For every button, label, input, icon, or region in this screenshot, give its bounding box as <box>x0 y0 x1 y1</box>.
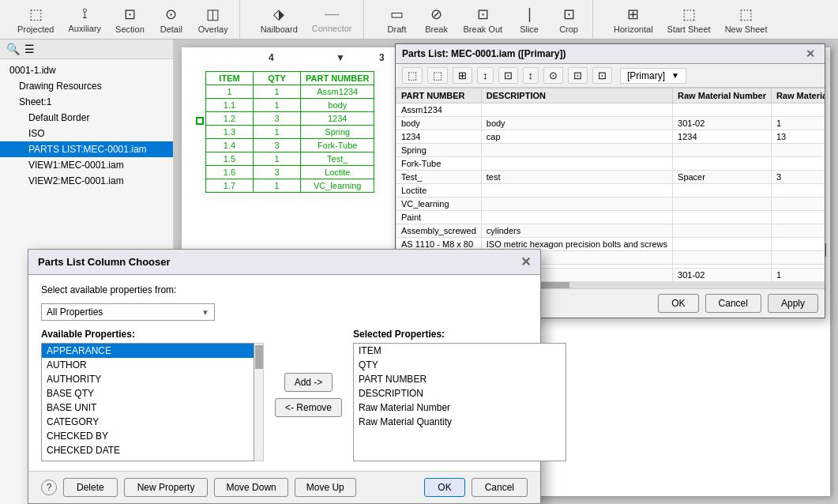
move-down-btn[interactable]: Move Down <box>214 478 287 497</box>
available-section: Available Properties: APPEARANCEAUTHORAU… <box>41 329 264 461</box>
dropdown-value: All Properties <box>47 307 103 318</box>
available-list-item[interactable]: CATEGORY <box>42 415 254 429</box>
selected-list-item[interactable]: Raw Material Quantity <box>354 415 566 429</box>
selected-list-item[interactable]: QTY <box>354 358 566 372</box>
new-property-btn[interactable]: New Property <box>124 478 209 497</box>
available-list-item[interactable]: APPEARANCE <box>42 344 254 358</box>
available-list-item[interactable]: BASE QTY <box>42 386 254 401</box>
delete-btn[interactable]: Delete <box>63 478 118 497</box>
available-scroll-thumb[interactable] <box>255 345 263 369</box>
dropdown-arrow-icon: ▼ <box>201 308 209 317</box>
selected-list-item[interactable]: PART NUMBER <box>354 372 566 386</box>
selected-list[interactable]: ITEMQTYPART NUMBERDESCRIPTIONRaw Materia… <box>353 343 566 461</box>
available-scrollbar[interactable] <box>254 343 264 461</box>
available-list-item[interactable]: BASE UNIT <box>42 401 254 415</box>
dropdown-row: All Properties ▼ <box>41 303 528 321</box>
dialog-footer: ? Delete New Property Move Down Move Up … <box>28 471 540 503</box>
dialog-close-btn[interactable]: ✕ <box>520 254 531 269</box>
available-label: Available Properties: <box>41 329 264 340</box>
move-buttons: Move Down Move Up <box>214 478 355 497</box>
dialog-cancel-btn[interactable]: Cancel <box>472 478 528 497</box>
dialog-titlebar: Parts List Column Chooser ✕ <box>28 250 540 275</box>
selected-list-item[interactable]: ITEM <box>354 344 566 358</box>
move-up-btn[interactable]: Move Up <box>295 478 356 497</box>
dialog-ok-btn[interactable]: OK <box>424 478 464 497</box>
available-list-item[interactable]: AUTHORITY <box>42 372 254 386</box>
middle-buttons: Add -> <- Remove <box>264 329 353 461</box>
selected-list-item[interactable]: Raw Material Number <box>354 401 566 415</box>
dialog-footer-right: OK Cancel <box>424 478 528 497</box>
available-list-item[interactable]: AUTHOR <box>42 358 254 372</box>
available-list-item[interactable]: COMMENTS <box>42 457 254 461</box>
dialog-footer-left: ? Delete New Property Move Down Move Up <box>41 478 356 497</box>
dialog-body: Select available properties from: All Pr… <box>28 275 540 471</box>
selected-list-item[interactable]: DESCRIPTION <box>354 386 566 401</box>
add-button[interactable]: Add -> <box>284 373 333 392</box>
remove-button[interactable]: <- Remove <box>275 398 342 417</box>
select-props-row: Select available properties from: <box>41 284 528 295</box>
lists-row: Available Properties: APPEARANCEAUTHORAU… <box>41 329 528 461</box>
selected-label: Selected Properties: <box>353 329 566 340</box>
selected-section: Selected Properties: ITEMQTYPART NUMBERD… <box>353 329 566 461</box>
available-list-item[interactable]: CHECKED BY <box>42 429 254 443</box>
dialog-overlay: Parts List Column Chooser ✕ Select avail… <box>0 0 838 504</box>
all-properties-dropdown[interactable]: All Properties ▼ <box>41 303 215 321</box>
select-props-label: Select available properties from: <box>41 284 176 295</box>
help-icon[interactable]: ? <box>41 480 57 495</box>
dialog-title: Parts List Column Chooser <box>38 256 171 268</box>
available-list[interactable]: APPEARANCEAUTHORAUTHORITYBASE QTYBASE UN… <box>41 343 254 461</box>
column-chooser-dialog: Parts List Column Chooser ✕ Select avail… <box>28 249 541 504</box>
available-list-item[interactable]: CHECKED DATE <box>42 443 254 457</box>
